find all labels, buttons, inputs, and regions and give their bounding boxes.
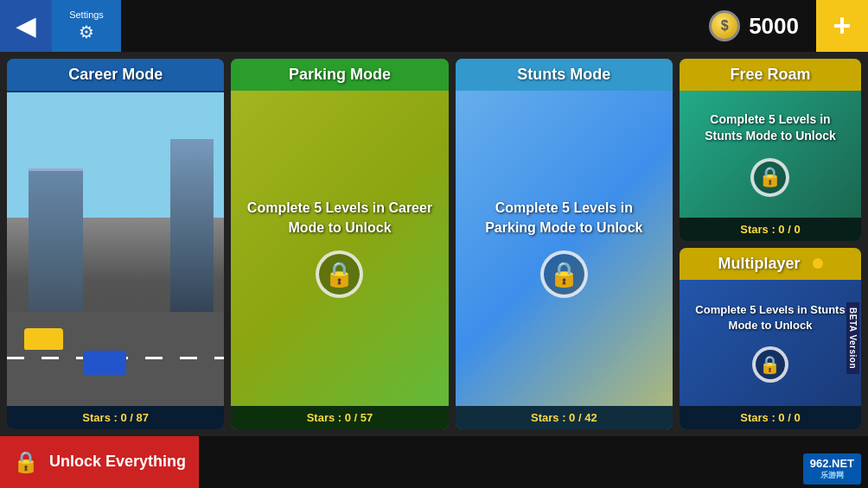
- top-bar: ◀ Settings ⚙ $ 5000 +: [0, 0, 868, 52]
- parking-mode-card[interactable]: Parking Mode Complete 5 Levels in Career…: [231, 59, 448, 429]
- right-cards: Free Roam Complete 5 Levels in Stunts Mo…: [680, 59, 861, 429]
- multiplayer-card[interactable]: Multiplayer Complete 5 Levels in Stunts …: [680, 248, 861, 430]
- watermark-sub: 乐游网: [810, 470, 854, 481]
- multiplayer-lock-icon: 🔒: [752, 346, 788, 383]
- free-roam-title: Free Roam: [680, 59, 861, 91]
- watermark-site: 962.NET: [810, 457, 854, 470]
- unlock-everything-label: Unlock Everything: [49, 453, 186, 471]
- free-roam-lock-icon: 🔒: [750, 158, 789, 197]
- free-roam-lock-symbol: 🔒: [758, 166, 782, 188]
- multiplayer-body: Complete 5 Levels in Stunts Mode to Unlo…: [680, 280, 861, 407]
- gear-icon: ⚙: [79, 22, 94, 42]
- parking-mode-body: Complete 5 Levels in Career Mode to Unlo…: [231, 91, 448, 406]
- multiplayer-title: Multiplayer: [718, 255, 800, 273]
- top-bar-right: $ 5000 +: [692, 0, 868, 52]
- multiplayer-lock-symbol: 🔒: [759, 354, 781, 375]
- stunts-mode-card[interactable]: Stunts Mode Complete 5 Levels in Parking…: [456, 59, 673, 429]
- parking-lock-symbol: 🔒: [324, 260, 354, 288]
- watermark: 962.NET 乐游网: [803, 453, 861, 485]
- career-mode-title: Career Mode: [7, 59, 224, 92]
- free-roam-unlock-text: Complete 5 Levels in Stunts Mode to Unlo…: [680, 111, 861, 145]
- bottom-bar: 🔒 Unlock Everything 962.NET 乐游网: [0, 436, 868, 488]
- multiplayer-stars: Stars : 0 / 0: [680, 406, 861, 429]
- car-blue: [83, 351, 126, 375]
- coins-value: 5000: [749, 13, 799, 40]
- career-mode-stars: Stars : 0 / 87: [7, 406, 224, 429]
- career-mode-card[interactable]: Career Mode Stars : 0 / 87: [7, 59, 224, 429]
- multiplayer-unlock-text: Complete 5 Levels in Stunts Mode to Unlo…: [680, 302, 861, 333]
- stunts-lock-symbol: 🔒: [549, 260, 579, 288]
- unlock-everything-button[interactable]: 🔒 Unlock Everything: [0, 436, 199, 488]
- beta-container: BETA Version: [844, 248, 861, 430]
- coins-area: $ 5000: [692, 10, 816, 41]
- stunts-mode-stars: Stars : 0 / 42: [456, 406, 673, 429]
- parking-bg: [231, 91, 448, 406]
- city-scene: [7, 92, 224, 406]
- add-coins-button[interactable]: +: [816, 0, 868, 52]
- plus-icon: +: [833, 8, 851, 44]
- parking-mode-stars: Stars : 0 / 57: [231, 406, 448, 429]
- unlock-lock-icon: 🔒: [13, 450, 39, 474]
- coin-icon: $: [709, 10, 740, 41]
- free-roam-body: Complete 5 Levels in Stunts Mode to Unlo…: [680, 91, 861, 218]
- back-button[interactable]: ◀: [0, 0, 52, 52]
- free-roam-stars: Stars : 0 / 0: [680, 218, 861, 241]
- car-yellow: [24, 328, 63, 350]
- career-mode-image: [7, 92, 224, 406]
- stunts-lock-icon: 🔒: [540, 250, 588, 298]
- stunts-mode-title: Stunts Mode: [456, 59, 673, 91]
- back-arrow-icon: ◀: [16, 12, 35, 41]
- stunts-unlock-text: Complete 5 Levels in Parking Mode to Unl…: [456, 199, 673, 238]
- settings-label: Settings: [69, 10, 104, 20]
- parking-mode-title: Parking Mode: [231, 59, 448, 91]
- gold-dot-icon: [813, 258, 823, 269]
- stunts-bg: [456, 91, 673, 406]
- free-roam-card[interactable]: Free Roam Complete 5 Levels in Stunts Mo…: [680, 59, 861, 241]
- top-bar-left: ◀ Settings ⚙: [0, 0, 121, 52]
- parking-lock-icon: 🔒: [316, 250, 363, 298]
- settings-button[interactable]: Settings ⚙: [52, 0, 121, 52]
- main-content: Career Mode Stars : 0 / 87 Parking Mode …: [0, 52, 868, 436]
- parking-unlock-text: Complete 5 Levels in Career Mode to Unlo…: [231, 199, 448, 238]
- multiplayer-title-bar: Multiplayer: [680, 248, 861, 280]
- stunts-mode-body: Complete 5 Levels in Parking Mode to Unl…: [456, 91, 673, 406]
